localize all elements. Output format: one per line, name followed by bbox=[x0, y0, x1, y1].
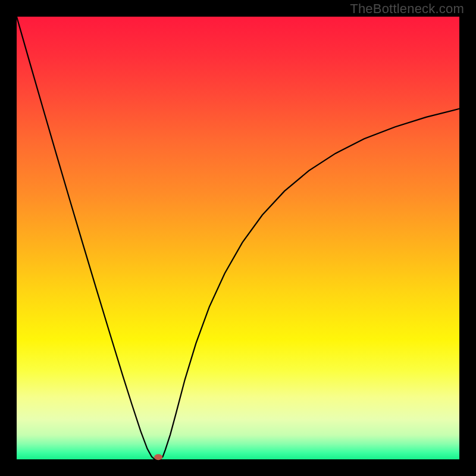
bottleneck-point-marker bbox=[154, 454, 162, 460]
watermark-label: TheBottleneck.com bbox=[350, 1, 464, 17]
plot-area bbox=[17, 17, 459, 459]
bottleneck-chart bbox=[0, 0, 476, 476]
chart-frame: TheBottleneck.com bbox=[0, 0, 476, 476]
